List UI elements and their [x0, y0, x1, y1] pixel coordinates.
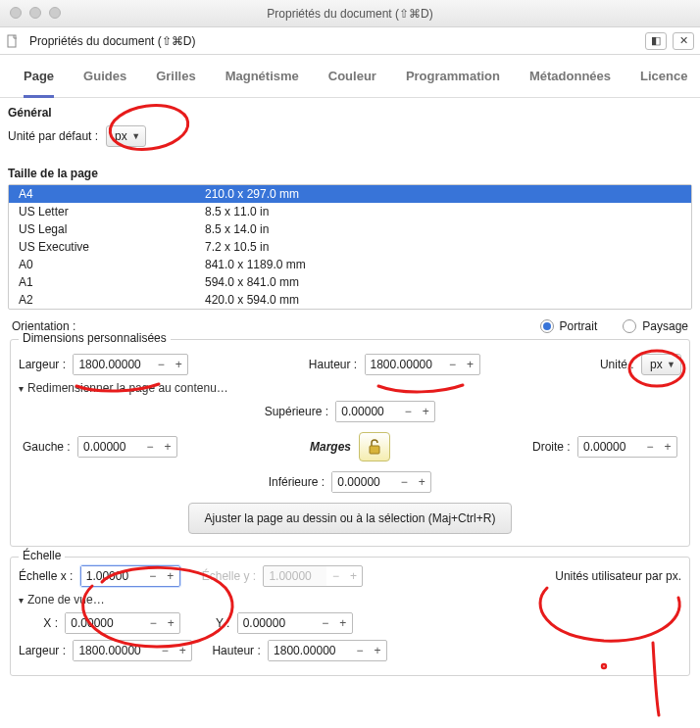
viewport-disclosure[interactable]: Zone de vue… — [19, 593, 105, 607]
radio-unchecked-icon — [623, 319, 636, 333]
page-size-row[interactable]: US Executive7.2 x 10.5 in — [9, 238, 691, 256]
scale-legend: Échelle — [19, 549, 65, 562]
section-general: Général — [8, 106, 692, 120]
page-size-list[interactable]: A4 210.0 x 297.0 mm US Letter8.5 x 11.0 … — [8, 184, 692, 310]
viewbox-y-label: Y : — [210, 616, 229, 630]
minus-icon[interactable]: − — [152, 356, 170, 373]
page-size-row[interactable]: US Letter8.5 x 11.0 in — [9, 203, 691, 220]
scale-x-label: Échelle x : — [19, 569, 73, 583]
height-input[interactable]: −+ — [365, 354, 480, 375]
tab-grids[interactable]: Grilles — [156, 69, 195, 97]
tab-guides[interactable]: Guides — [83, 69, 126, 97]
custom-dimensions-group: Dimensions personnalisées Largeur : −+ H… — [10, 339, 690, 547]
width-label: Largeur : — [19, 358, 66, 371]
document-icon — [6, 33, 24, 48]
page-size-row[interactable]: A1594.0 x 841.0 mm — [9, 273, 691, 291]
margins-title: Marges — [310, 440, 351, 454]
margin-bottom-label: Inférieure : — [269, 475, 325, 489]
viewbox-x-input[interactable]: −+ — [65, 612, 180, 634]
custom-dimensions-legend: Dimensions personnalisées — [19, 331, 171, 345]
plus-icon[interactable]: + — [462, 356, 479, 373]
minimize-window-button[interactable] — [29, 7, 41, 19]
scale-x-input[interactable]: −+ — [80, 565, 180, 587]
fit-page-button[interactable]: Ajuster la page au dessin ou à la sélect… — [188, 503, 513, 534]
tab-page[interactable]: Page — [24, 69, 54, 98]
scale-y-input: −+ — [263, 565, 363, 587]
lock-open-icon — [368, 439, 381, 455]
margin-right-label: Droite : — [532, 440, 571, 454]
user-units-per-px-label: Unités utilisateur par px. — [555, 569, 681, 583]
margin-left-input[interactable]: −+ — [77, 436, 177, 458]
orientation-landscape-radio[interactable]: Paysage — [623, 319, 688, 333]
close-window-button[interactable] — [10, 7, 22, 19]
section-pagesize: Taille de la page — [8, 167, 692, 180]
close-icon[interactable]: ✕ — [673, 32, 694, 50]
traffic-lights — [10, 7, 61, 19]
width-input[interactable]: −+ — [73, 354, 188, 375]
dialog-title: Propriétés du document (⇧⌘D) — [29, 34, 195, 48]
tab-scripting[interactable]: Programmation — [406, 69, 500, 97]
viewbox-w-label: Largeur : — [19, 644, 66, 657]
unit-label: Unité : — [600, 358, 634, 371]
page-size-row[interactable]: A2420.0 x 594.0 mm — [9, 291, 691, 309]
default-unit-select[interactable]: px — [106, 125, 146, 147]
viewbox-h-label: Hauteur : — [212, 644, 260, 657]
plus-icon[interactable]: + — [170, 356, 187, 373]
svg-rect-0 — [8, 35, 16, 47]
viewbox-w-input[interactable]: −+ — [73, 640, 192, 661]
viewbox-h-input[interactable]: −+ — [268, 640, 387, 661]
tab-bar: Page Guides Grilles Magnétisme Couleur P… — [0, 55, 700, 98]
orientation-portrait-radio[interactable]: Portrait — [540, 319, 598, 333]
margin-left-label: Gauche : — [23, 440, 71, 454]
resize-to-content-disclosure[interactable]: Redimensionner la page au contenu… — [19, 381, 228, 395]
window-titlebar: Propriétés du document (⇧⌘D) — [0, 0, 700, 27]
height-label: Hauteur : — [309, 358, 357, 371]
zoom-window-button[interactable] — [49, 7, 61, 19]
page-size-row[interactable]: US Legal8.5 x 14.0 in — [9, 220, 691, 238]
page-size-row[interactable]: A4 210.0 x 297.0 mm — [9, 185, 691, 203]
default-unit-label: Unité par défaut : — [8, 129, 98, 143]
margin-bottom-input[interactable]: −+ — [331, 471, 431, 493]
minus-icon[interactable]: − — [444, 356, 462, 373]
scale-group: Échelle Échelle x : −+ Échelle y : −+ Un… — [10, 557, 690, 676]
tab-metadata[interactable]: Métadonnées — [529, 69, 611, 97]
radio-checked-icon — [540, 319, 554, 333]
viewbox-y-input[interactable]: −+ — [237, 612, 353, 634]
tab-license[interactable]: Licence — [640, 69, 687, 97]
viewbox-x-label: X : — [38, 616, 58, 630]
tab-color[interactable]: Couleur — [328, 69, 376, 97]
margin-right-input[interactable]: −+ — [577, 436, 677, 458]
detach-icon[interactable]: ◧ — [645, 32, 667, 50]
page-size-row[interactable]: A0841.0 x 1189.0 mm — [9, 256, 691, 273]
margin-top-label: Supérieure : — [265, 405, 328, 418]
dialog-toolbar: Propriétés du document (⇧⌘D) ◧ ✕ — [0, 27, 700, 55]
svg-rect-1 — [370, 446, 379, 454]
tab-snap[interactable]: Magnétisme — [225, 69, 299, 97]
margin-top-input[interactable]: −+ — [335, 401, 435, 422]
unit-select[interactable]: px — [641, 354, 681, 375]
lock-margins-button[interactable] — [359, 432, 390, 461]
window-title: Propriétés du document (⇧⌘D) — [0, 7, 700, 21]
scale-y-label: Échelle y : — [202, 569, 256, 583]
